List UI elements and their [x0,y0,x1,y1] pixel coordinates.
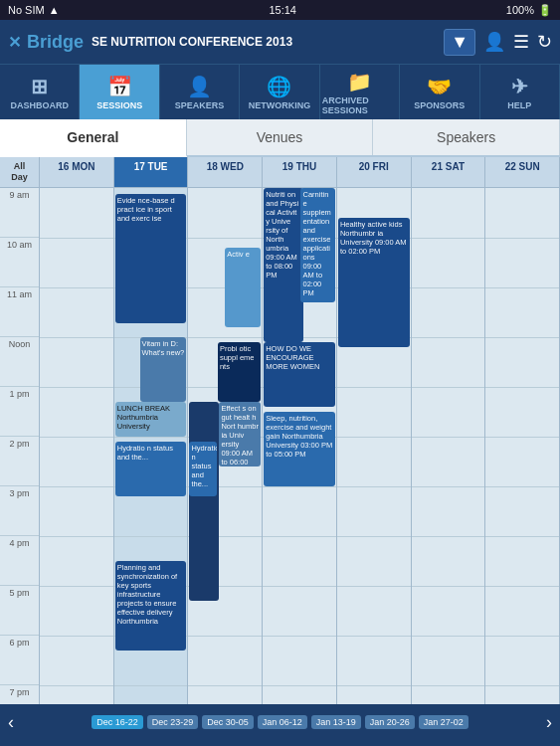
sessions-icon: 📅 [107,75,132,98]
archived-icon: 📁 [347,70,372,93]
time-9am: 9 am [0,188,39,238]
week-tab-4[interactable]: Jan 06-12 [258,715,307,729]
sim-status: No SIM [8,4,45,16]
battery-label: 100% [506,4,534,16]
event-wed-hydration[interactable]: Hydratio n status and the... [189,442,217,496]
nav-label-archived: ARCHIVED SESSIONS [322,95,397,115]
day-col-tue: Evide nce-base d pract ice in sport and … [114,188,189,704]
event-thu-carnitine[interactable]: Carnitin e supplem entation and exercise… [300,188,334,302]
tab-venues[interactable]: Venues [187,119,374,155]
day-col-wed: Activ e Probi otic suppl eme nts Effect … [188,188,263,704]
event-thu-women[interactable]: HOW DO WE ENCOURAGE MORE WOMEN [264,342,335,407]
time-3pm: 3 pm [0,486,39,536]
event-fri-healthy[interactable]: Healthy active kids Northumbr ia Univers… [338,218,410,347]
time-10am: 10 am [0,238,39,287]
time-2pm: 2 pm [0,437,39,486]
nav-label-speakers: SPEAKERS [175,100,225,110]
event-tue-vitamind[interactable]: Vitam in D: What's new? [140,337,187,402]
day-headers: 16 MON 17 TUE 18 WED 19 THU 20 FRI 21 SA… [40,157,560,187]
time-11am: 11 am [0,287,39,337]
day-header-sat: 21 SAT [412,157,486,187]
time-6pm: 6 pm [0,636,39,685]
nav-label-sponsors: SPONSORS [414,100,465,110]
nav-item-speakers[interactable]: 👤 SPEAKERS [160,65,240,119]
day-col-thu: Nutriti on and Physi cal Activit y Unive… [263,188,337,704]
week-tab-1[interactable]: Dec 16-22 [92,715,143,729]
nav-item-sessions[interactable]: 📅 SESSIONS [80,65,159,119]
logo-x-icon: ✕ [8,33,21,52]
time-noon: Noon [0,337,39,387]
dashboard-icon: ⊞ [31,75,48,98]
day-header-sun: 22 SUN [485,157,560,187]
tab-speakers[interactable]: Speakers [373,119,560,155]
profile-icon[interactable]: 👤 [483,31,505,53]
calendar-grid: 9 am 10 am 11 am Noon 1 pm 2 pm 3 pm 4 p… [0,188,560,704]
day-header-thu: 19 THU [263,157,337,187]
time-column: 9 am 10 am 11 am Noon 1 pm 2 pm 3 pm 4 p… [0,188,40,704]
day-col-sun [485,188,560,704]
nav-label-dashboard: DASHBOARD [10,100,69,110]
networking-icon: 🌐 [267,75,291,98]
conference-title: SE NUTRITION CONFERENCE 2013 [92,35,436,49]
day-col-mon [40,188,114,704]
bottom-indicator [0,740,560,746]
top-bar-actions: ▼ 👤 ☰ ↻ [444,29,552,56]
week-tab-7[interactable]: Jan 27-02 [419,715,468,729]
nav-bar: ⊞ DASHBOARD 📅 SESSIONS 👤 SPEAKERS 🌐 NETW… [0,64,560,119]
refresh-icon[interactable]: ↻ [537,31,552,53]
time-7pm: 7 pm [0,685,39,704]
event-tue-lunch[interactable]: LUNCH BREAK Northumbria University [115,402,187,437]
calendar-header: AllDay 16 MON 17 TUE 18 WED 19 THU 20 FR… [0,157,560,188]
speakers-icon: 👤 [187,75,212,98]
event-wed-northumbria[interactable] [189,402,218,601]
event-tue-evidence[interactable]: Evide nce-base d pract ice in sport and … [115,194,187,323]
week-tab-5[interactable]: Jan 13-19 [311,715,361,729]
menu-icon[interactable]: ☰ [513,31,529,53]
week-tabs: Dec 16-22 Dec 23-29 Dec 30-05 Jan 06-12 … [92,715,468,729]
tab-general[interactable]: General [0,119,187,157]
time-5pm: 5 pm [0,586,39,636]
day-header-tue: 17 TUE [114,157,189,187]
app-logo: ✕ Bridge [8,32,84,53]
event-wed-probiotic[interactable]: Probi otic suppl eme nts [218,342,261,402]
nav-item-help[interactable]: ✈ HELP [480,65,560,119]
dropdown-button[interactable]: ▼ [444,29,475,56]
event-thu-sleep[interactable]: Sleep, nutrition, exercise and weight ga… [264,412,335,486]
bottom-nav: ‹ Dec 16-22 Dec 23-29 Dec 30-05 Jan 06-1… [0,704,560,740]
day-header-wed: 18 WED [188,157,263,187]
calendar-area: AllDay 16 MON 17 TUE 18 WED 19 THU 20 FR… [0,157,560,704]
content-tabs: General Venues Speakers [0,119,560,157]
week-tab-3[interactable]: Dec 30-05 [202,715,254,729]
day-col-sat [412,188,486,704]
nav-item-sponsors[interactable]: 🤝 SPONSORS [400,65,479,119]
event-wed-active[interactable]: Activ e [225,248,261,327]
status-bar: No SIM ▲ 15:14 100% 🔋 [0,0,560,20]
days-grid: Evide nce-base d pract ice in sport and … [40,188,560,704]
status-left: No SIM ▲ [8,4,60,16]
status-right: 100% 🔋 [506,4,552,17]
battery-icon: 🔋 [538,4,552,17]
time-1pm: 1 pm [0,387,39,437]
day-header-mon: 16 MON [40,157,114,187]
week-tab-6[interactable]: Jan 20-26 [365,715,415,729]
week-tab-2[interactable]: Dec 23-29 [147,715,199,729]
help-icon: ✈ [511,75,528,98]
nav-item-archived[interactable]: 📁 ARCHIVED SESSIONS [320,65,400,119]
next-week-button[interactable]: › [546,712,552,733]
event-tue-planning[interactable]: Planning and synchronization of key spor… [115,561,187,651]
event-wed-guteffects[interactable]: Effect s on gut healt h Nort humbr ia Un… [219,402,261,466]
nav-label-sessions: SESSIONS [96,100,142,110]
day-col-fri: Healthy active kids Northumbr ia Univers… [337,188,412,704]
prev-week-button[interactable]: ‹ [8,712,14,733]
nav-item-dashboard[interactable]: ⊞ DASHBOARD [0,65,80,119]
nav-label-help: HELP [507,100,531,110]
event-thu-nutrition[interactable]: Nutriti on and Physi cal Activit y Unive… [264,188,303,342]
app-name: Bridge [27,32,84,53]
nav-item-networking[interactable]: 🌐 NETWORKING [240,65,319,119]
top-bar: ✕ Bridge SE NUTRITION CONFERENCE 2013 ▼ … [0,20,560,64]
wifi-icon: ▲ [49,4,60,16]
nav-label-networking: NETWORKING [249,100,311,110]
event-tue-hydration[interactable]: Hydratio n status and the... [115,442,187,496]
sponsors-icon: 🤝 [427,75,452,98]
time-4pm: 4 pm [0,536,39,586]
